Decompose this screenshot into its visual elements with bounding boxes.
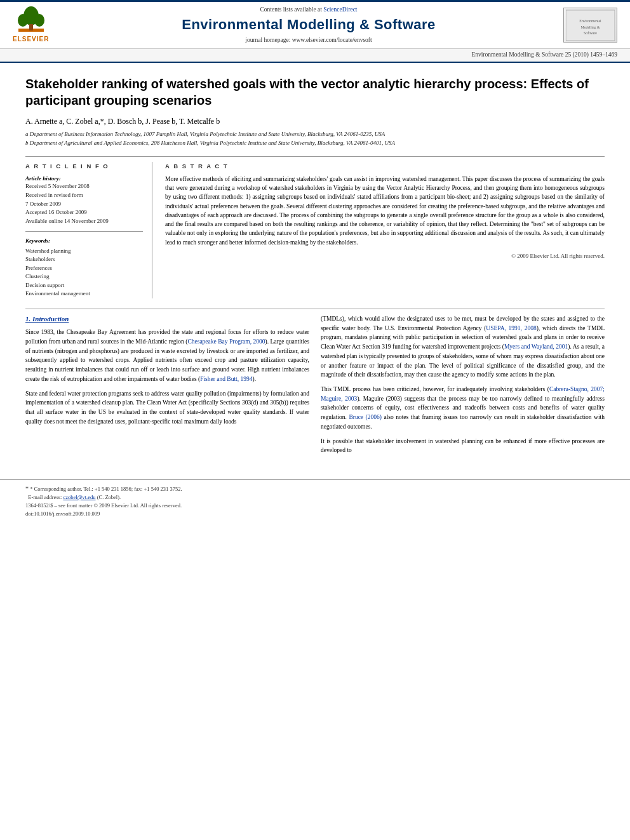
history-label: Article history: bbox=[25, 175, 143, 183]
ref-myers-wayland[interactable]: Myers and Wayland, 2001 bbox=[504, 343, 568, 350]
intro-para-2: State and federal water protection progr… bbox=[25, 389, 309, 427]
main-content: Stakeholder ranking of watershed goals w… bbox=[0, 63, 630, 473]
intro-para-1: Since 1983, the Chesapeake Bay Agreement… bbox=[25, 328, 309, 383]
journal-issue-info: Environmental Modelling & Software 25 (2… bbox=[471, 51, 617, 58]
keywords-list: Watershed planning Stakeholders Preferen… bbox=[25, 247, 143, 298]
ref-usepa[interactable]: USEPA, 1991, 2008 bbox=[486, 325, 536, 331]
intro-para-3: (TMDLs), which would allow the designate… bbox=[321, 314, 605, 380]
corresponding-note: * * Corresponding author. Tel.: +1 540 2… bbox=[25, 484, 182, 493]
elsevier-logo: ELSEVIER bbox=[13, 6, 49, 44]
intro-heading: 1. Introduction bbox=[25, 314, 309, 324]
ref-bruce[interactable]: Bruce (2006) bbox=[349, 414, 382, 420]
body-right-col: (TMDLs), which would allow the designate… bbox=[321, 314, 605, 460]
authors-line: A. Arnette a, C. Zobel a,*, D. Bosch b, … bbox=[25, 116, 605, 127]
divider-2 bbox=[25, 231, 143, 232]
elsevier-label: ELSEVIER bbox=[13, 35, 49, 44]
svg-point-3 bbox=[34, 14, 44, 27]
cover-thumbnail-icon: Environmental Modelling & Software bbox=[566, 10, 615, 41]
keyword-5: Decision support bbox=[25, 281, 143, 290]
elsevier-logo-box: ELSEVIER bbox=[13, 6, 64, 44]
journal-header: ELSEVIER Contents lists available at Sci… bbox=[0, 0, 630, 49]
article-history: Article history: Received 5 November 200… bbox=[25, 175, 143, 225]
svg-point-2 bbox=[18, 14, 28, 27]
footer-note: * * Corresponding author. Tel.: +1 540 2… bbox=[25, 484, 182, 517]
keywords-section: Keywords: Watershed planning Stakeholder… bbox=[25, 237, 143, 298]
ref-cabrera-maguire[interactable]: Cabrera-Stagno, 2007; Maguire, 2003 bbox=[321, 386, 605, 402]
received-1: Received 5 November 2008 bbox=[25, 182, 143, 190]
elsevier-tree-icon bbox=[15, 6, 47, 35]
svg-rect-4 bbox=[29, 24, 33, 30]
body-content: 1. Introduction Since 1983, the Chesapea… bbox=[25, 314, 605, 460]
body-left-col: 1. Introduction Since 1983, the Chesapea… bbox=[25, 314, 309, 460]
page: ELSEVIER Contents lists available at Sci… bbox=[0, 0, 630, 840]
abstract-text: More effective methods of eliciting and … bbox=[165, 175, 605, 247]
keyword-4: Clustering bbox=[25, 272, 143, 281]
affiliation-b: b Department of Agricultural and Applied… bbox=[25, 139, 605, 148]
article-title: Stakeholder ranking of watershed goals w… bbox=[25, 76, 605, 109]
journal-header-center: Contents lists available at ScienceDirec… bbox=[64, 6, 554, 44]
abstract-col: A B S T R A C T More effective methods o… bbox=[165, 162, 605, 298]
available-online: Available online 14 November 2009 bbox=[25, 217, 143, 225]
ref-chesapeake-bay[interactable]: Chesapeake Bay Program, 2000 bbox=[187, 338, 265, 345]
journal-info-bar: Environmental Modelling & Software 25 (2… bbox=[0, 49, 630, 62]
keyword-2: Stakeholders bbox=[25, 255, 143, 264]
svg-text:Software: Software bbox=[584, 31, 597, 35]
abstract-label: A B S T R A C T bbox=[165, 162, 605, 170]
article-info-label: A R T I C L E I N F O bbox=[25, 162, 143, 170]
keywords-label: Keywords: bbox=[25, 237, 143, 245]
affiliations: a Department of Business Information Tec… bbox=[25, 130, 605, 147]
keyword-3: Preferences bbox=[25, 264, 143, 273]
keyword-1: Watershed planning bbox=[25, 247, 143, 256]
page-footer: * * Corresponding author. Tel.: +1 540 2… bbox=[0, 479, 630, 521]
received-revised: Received in revised form bbox=[25, 191, 143, 199]
copyright-line: © 2009 Elsevier Ltd. All rights reserved… bbox=[165, 252, 605, 260]
issn-line: 1364-8152/$ – see front matter © 2009 El… bbox=[25, 502, 182, 510]
keyword-6: Environmental management bbox=[25, 290, 143, 298]
divider-3 bbox=[25, 309, 605, 309]
right-logo-box: Environmental Modelling & Software bbox=[554, 8, 617, 43]
svg-text:Modelling &: Modelling & bbox=[581, 25, 600, 29]
article-info-abstract: A R T I C L E I N F O Article history: R… bbox=[25, 162, 605, 298]
email-line: E-mail address: czobel@vt.edu (C. Zobel)… bbox=[25, 493, 182, 502]
journal-title: Environmental Modelling & Software bbox=[64, 15, 554, 35]
intro-para-5: It is possible that stakeholder involvem… bbox=[321, 437, 605, 455]
svg-text:Environmental: Environmental bbox=[579, 19, 601, 23]
divider-1 bbox=[25, 156, 605, 157]
journal-cover-image: Environmental Modelling & Software bbox=[563, 8, 617, 43]
article-info-col: A R T I C L E I N F O Article history: R… bbox=[25, 162, 152, 298]
sciencedirect-link[interactable]: ScienceDirect bbox=[323, 6, 357, 13]
doi-line: doi:10.1016/j.envsoft.2009.10.009 bbox=[25, 510, 182, 518]
author-email-link[interactable]: czobel@vt.edu bbox=[63, 494, 95, 500]
ref-fisher-butt[interactable]: Fisher and Butt, 1994 bbox=[200, 376, 252, 382]
intro-para-4: This TMDL process has been criticized, h… bbox=[321, 385, 605, 432]
received-revised-date: 7 October 2009 bbox=[25, 200, 143, 208]
contents-line: Contents lists available at ScienceDirec… bbox=[64, 6, 554, 14]
journal-homepage: journal homepage: www.elsevier.com/locat… bbox=[64, 36, 554, 44]
accepted: Accepted 16 October 2009 bbox=[25, 208, 143, 217]
affiliation-a: a Department of Business Information Tec… bbox=[25, 130, 605, 139]
